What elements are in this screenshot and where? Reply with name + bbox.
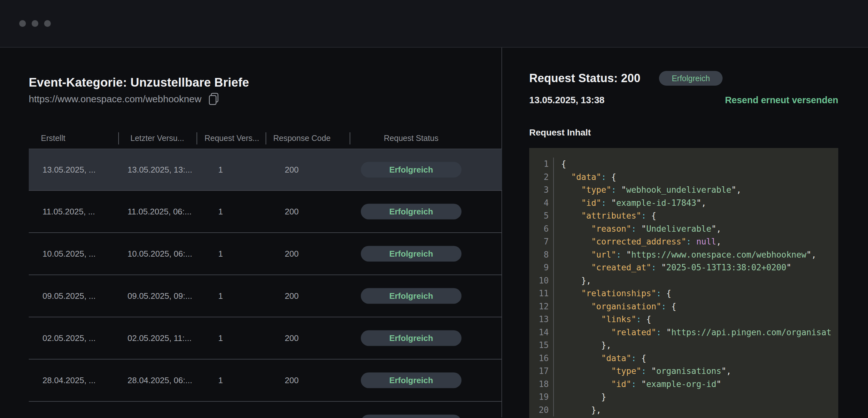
window-controls bbox=[19, 20, 51, 27]
table-cell: 1 bbox=[218, 376, 223, 385]
table-cell: 28.04.2025, ... bbox=[42, 376, 96, 385]
code-line: 3 "type": "webhook_undeliverable", bbox=[529, 184, 838, 196]
code-text: "id": "example-id-17843", bbox=[554, 196, 706, 210]
column-divider bbox=[266, 132, 266, 144]
column-header-response-code: Response Code bbox=[273, 134, 331, 143]
column-header-request-status: Request Status bbox=[361, 134, 462, 143]
code-text: "organisation": { bbox=[554, 300, 676, 313]
detail-header: Request Status: 200 Erfolgreich bbox=[529, 71, 838, 86]
code-text: "data": { bbox=[554, 352, 646, 365]
resend-link[interactable]: Resend erneut versenden bbox=[725, 95, 838, 105]
line-number: 17 bbox=[529, 365, 554, 378]
code-text: }, bbox=[554, 404, 601, 417]
code-line: 20 }, bbox=[529, 404, 838, 417]
code-line: 6 "reason": "Undeliverable", bbox=[529, 222, 838, 235]
event-list-panel: Event-Kategorie: Unzustellbare Briefe ht… bbox=[0, 47, 502, 417]
code-text: "related": "https://api.pingen.com/organ… bbox=[554, 326, 831, 339]
window-dot-icon[interactable] bbox=[44, 20, 51, 27]
table-cell: 1 bbox=[218, 165, 223, 175]
table-cell: 1 bbox=[218, 207, 223, 217]
code-line: 4 "id": "example-id-17843", bbox=[529, 196, 838, 210]
line-number: 18 bbox=[529, 378, 554, 391]
code-line: 8 "url": "https://www.onespace.com/webho… bbox=[529, 248, 838, 261]
table-cell: 11.05.2025, 06:... bbox=[127, 207, 191, 217]
table-cell: 200 bbox=[285, 291, 299, 301]
detail-subrow: 13.05.2025, 13:38 Resend erneut versende… bbox=[529, 95, 838, 105]
status-badge: Erfolgreich bbox=[361, 288, 462, 304]
status-badge: Erfolgreich bbox=[361, 415, 462, 418]
table-row[interactable]: 13.05.2025, ...13.05.2025, 13:...1200Erf… bbox=[29, 149, 502, 191]
code-text: "links": { bbox=[554, 313, 651, 326]
table-cell: 09.05.2025, ... bbox=[42, 291, 96, 301]
column-header-letzter-versuch: Letzter Versu... bbox=[130, 134, 184, 143]
table-cell: 1 bbox=[218, 249, 223, 259]
webhook-requests-table: Erstellt Letzter Versu... Request Vers..… bbox=[29, 129, 502, 418]
request-content-label: Request Inhalt bbox=[529, 128, 838, 138]
code-text: }, bbox=[554, 274, 591, 287]
main-content: Event-Kategorie: Unzustellbare Briefe ht… bbox=[0, 47, 868, 417]
code-line: 16 "data": { bbox=[529, 352, 838, 365]
code-text: { bbox=[554, 158, 566, 171]
code-text: "reason": "Undeliverable", bbox=[554, 222, 721, 235]
table-cell: 200 bbox=[285, 376, 299, 385]
page-title: Event-Kategorie: Unzustellbare Briefe bbox=[29, 76, 501, 90]
line-number: 10 bbox=[529, 274, 554, 287]
code-line: 18 "id": "example-org-id" bbox=[529, 378, 838, 391]
code-text: }, bbox=[554, 339, 611, 352]
table-cell: 1 bbox=[218, 291, 223, 301]
window-dot-icon[interactable] bbox=[32, 20, 38, 27]
status-badge: Erfolgreich bbox=[361, 373, 462, 388]
line-number: 3 bbox=[529, 184, 554, 196]
code-text: "relationships": { bbox=[554, 287, 671, 300]
copy-icon[interactable] bbox=[208, 93, 219, 105]
code-line: 15 }, bbox=[529, 339, 838, 352]
code-line: 10 }, bbox=[529, 274, 838, 287]
table-cell: 10.05.2025, 06:... bbox=[127, 249, 192, 259]
code-line: 5 "attributes": { bbox=[529, 209, 838, 222]
table-cell: 09.05.2025, 09:... bbox=[127, 291, 192, 301]
table-cell: 11.05.2025, ... bbox=[42, 207, 95, 217]
table-row[interactable]: 11.05.2025, ...11.05.2025, 06:...1200Erf… bbox=[29, 191, 502, 233]
column-header-request-versuche: Request Vers... bbox=[205, 134, 259, 143]
code-line: 7 "corrected_address": null, bbox=[529, 235, 838, 248]
webhook-url-row: https://www.onespace.com/webhooknew bbox=[29, 93, 501, 105]
column-divider bbox=[196, 132, 197, 144]
webhook-url: https://www.onespace.com/webhooknew bbox=[29, 94, 202, 104]
code-line: 19 } bbox=[529, 390, 838, 404]
code-line: 12 "organisation": { bbox=[529, 300, 838, 313]
table-body: 13.05.2025, ...13.05.2025, 13:...1200Erf… bbox=[29, 149, 502, 418]
line-number: 13 bbox=[529, 313, 554, 326]
table-row[interactable]: 10.05.2025, ...10.05.2025, 06:...1200Erf… bbox=[29, 233, 502, 275]
status-badge: Erfolgreich bbox=[361, 204, 462, 220]
table-row[interactable]: Erfolgreich bbox=[29, 402, 502, 418]
line-number: 2 bbox=[529, 171, 554, 184]
status-badge: Erfolgreich bbox=[659, 71, 723, 86]
status-badge: Erfolgreich bbox=[361, 162, 462, 178]
line-number: 15 bbox=[529, 339, 554, 352]
table-cell: 200 bbox=[285, 333, 299, 343]
table-cell: 02.05.2025, ... bbox=[42, 333, 96, 343]
table-cell: 13.05.2025, 13:... bbox=[127, 165, 192, 175]
table-cell: 10.05.2025, ... bbox=[42, 249, 96, 259]
table-cell: 28.04.2025, 06:... bbox=[127, 376, 192, 385]
table-row[interactable]: 28.04.2025, ...28.04.2025, 06:...1200Erf… bbox=[29, 359, 502, 402]
status-badge: Erfolgreich bbox=[361, 330, 462, 346]
code-text: "url": "https://www.onespace.com/webhook… bbox=[554, 248, 816, 261]
line-number: 16 bbox=[529, 352, 554, 365]
line-number: 14 bbox=[529, 326, 554, 339]
code-text: "type": "webhook_undeliverable", bbox=[554, 184, 741, 196]
code-text: } bbox=[554, 390, 606, 404]
line-number: 6 bbox=[529, 222, 554, 235]
code-line: 11 "relationships": { bbox=[529, 287, 838, 300]
line-number: 5 bbox=[529, 209, 554, 222]
line-number: 20 bbox=[529, 404, 554, 417]
line-number: 12 bbox=[529, 300, 554, 313]
table-row[interactable]: 09.05.2025, ...09.05.2025, 09:...1200Erf… bbox=[29, 275, 502, 317]
window-dot-icon[interactable] bbox=[19, 20, 26, 27]
code-text: "created_at": "2025-05-13T13:38:02+0200" bbox=[554, 261, 791, 274]
table-cell: 200 bbox=[285, 207, 299, 217]
code-line: 9 "created_at": "2025-05-13T13:38:02+020… bbox=[529, 261, 838, 274]
code-line: 14 "related": "https://api.pingen.com/or… bbox=[529, 326, 838, 339]
table-row[interactable]: 02.05.2025, ...02.05.2025, 11:...1200Erf… bbox=[29, 317, 502, 359]
line-number: 11 bbox=[529, 287, 554, 300]
